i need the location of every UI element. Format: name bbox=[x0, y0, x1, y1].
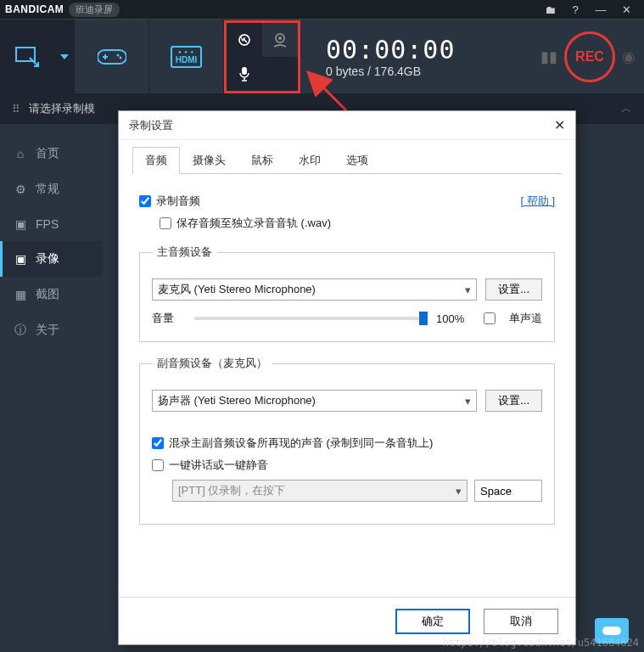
empty-toggle bbox=[262, 57, 298, 91]
primary-device-select[interactable]: 麦克风 (Yeti Stereo Microphone) ▾ bbox=[152, 278, 477, 301]
webcam-toggle[interactable] bbox=[262, 23, 298, 57]
minimize-icon[interactable]: — bbox=[588, 3, 613, 16]
svg-rect-6 bbox=[242, 67, 247, 75]
mic-toggle[interactable] bbox=[227, 57, 262, 91]
sidebar-item-label: 截图 bbox=[36, 287, 59, 302]
svg-point-2 bbox=[119, 56, 121, 59]
cursor-toggle[interactable] bbox=[227, 23, 262, 57]
sidebar: ⌂ 首页 ⚙ 常规 ▣ FPS ▣ 录像 ▦ 截图 ⓘ 关于 bbox=[0, 124, 102, 652]
primary-device-legend: 主音频设备 bbox=[152, 244, 217, 260]
sidebar-item-fps[interactable]: ▣ FPS bbox=[0, 207, 102, 241]
primary-device-group: 主音频设备 麦克风 (Yeti Stereo Microphone) ▾ 设置.… bbox=[139, 244, 555, 342]
brand-prefix: BANDI bbox=[5, 3, 40, 15]
mono-label: 单声道 bbox=[509, 311, 542, 326]
save-wav-label: 保存音频至独立录音音轨 (.wav) bbox=[176, 216, 331, 231]
record-audio-label: 录制音频 bbox=[156, 194, 200, 209]
gear-icon: ⚙ bbox=[14, 183, 27, 196]
ptt-mode-select[interactable]: [PTT] 仅录制，在按下 ▾ bbox=[172, 480, 468, 502]
sidebar-item-label: 关于 bbox=[36, 323, 59, 338]
size-readout: 0 bytes / 176.4GB bbox=[326, 65, 456, 78]
chevron-down-icon: ▾ bbox=[456, 485, 462, 497]
mix-audio-checkbox[interactable] bbox=[152, 437, 164, 449]
image-icon: ▦ bbox=[14, 288, 27, 301]
tab-watermark[interactable]: 水印 bbox=[286, 147, 333, 174]
volume-slider[interactable] bbox=[194, 317, 428, 320]
ptt-hotkey-input[interactable] bbox=[474, 480, 542, 502]
sidebar-item-video[interactable]: ▣ 录像 bbox=[0, 241, 102, 277]
ptt-mode-value: [PTT] 仅录制，在按下 bbox=[178, 483, 285, 498]
dialog-tabs: 音频 摄像头 鼠标 水印 选项 bbox=[119, 140, 575, 174]
volume-slider-thumb[interactable] bbox=[419, 312, 428, 325]
mode-screen-dropdown[interactable] bbox=[54, 20, 75, 93]
mode-screen-button[interactable] bbox=[0, 20, 54, 93]
tab-options[interactable]: 选项 bbox=[333, 147, 381, 174]
svg-point-5 bbox=[278, 37, 282, 40]
help-link[interactable]: [ 帮助 ] bbox=[521, 194, 555, 209]
sidebar-item-about[interactable]: ⓘ 关于 bbox=[0, 312, 102, 348]
info-icon: ⓘ bbox=[14, 323, 27, 338]
sidebar-item-image[interactable]: ▦ 截图 bbox=[0, 277, 102, 312]
mode-buttons: ● ● ● HDMI bbox=[0, 20, 224, 93]
ok-button[interactable]: 确定 bbox=[395, 609, 470, 634]
secondary-device-select[interactable]: 扬声器 (Yeti Stereo Microphone) ▾ bbox=[152, 390, 477, 412]
top-toolbar: ● ● ● HDMI 00:00:00 0 bytes / 176.4GB ▮▮… bbox=[0, 19, 644, 93]
sidebar-item-label: 首页 bbox=[36, 146, 59, 161]
mono-checkbox[interactable] bbox=[484, 312, 496, 324]
fps-icon: ▣ bbox=[14, 217, 27, 231]
timer-readout: 00:00:00 bbox=[326, 35, 456, 65]
close-icon[interactable]: ✕ bbox=[613, 3, 639, 16]
primary-settings-button[interactable]: 设置... bbox=[485, 278, 542, 301]
svg-point-1 bbox=[116, 53, 119, 56]
save-wav-checkbox[interactable] bbox=[160, 217, 171, 229]
secondary-device-value: 扬声器 (Yeti Stereo Microphone) bbox=[158, 393, 316, 408]
pause-button[interactable]: ▮▮ bbox=[540, 48, 557, 66]
volume-label: 音量 bbox=[152, 311, 186, 326]
chevron-down-icon: ▾ bbox=[465, 395, 471, 408]
dialog-body: 录制音频 [ 帮助 ] 保存音频至独立录音音轨 (.wav) 主音频设备 麦克风… bbox=[119, 175, 575, 597]
tab-audio[interactable]: 音频 bbox=[132, 147, 180, 174]
sidebar-item-label: 录像 bbox=[36, 251, 59, 267]
ptt-checkbox[interactable] bbox=[152, 459, 164, 471]
secondary-device-group: 副音频设备（麦克风） 扬声器 (Yeti Stereo Microphone) … bbox=[139, 356, 555, 525]
mode-game-button[interactable] bbox=[75, 20, 149, 93]
dialog-titlebar: 录制设置 ✕ bbox=[119, 111, 575, 140]
chevron-down-icon: ▾ bbox=[465, 284, 471, 296]
mode-select-label: 请选择录制模 bbox=[29, 101, 95, 116]
record-controls: ▮▮ REC ◉ bbox=[540, 31, 644, 82]
tab-mouse[interactable]: 鼠标 bbox=[238, 147, 286, 174]
watermark: https://blog.csdn.net/u541684624 bbox=[443, 637, 639, 649]
hdmi-label: HDMI bbox=[176, 55, 198, 65]
recording-settings-dialog: 录制设置 ✕ 音频 摄像头 鼠标 水印 选项 录制音频 [ 帮助 ] 保存音频至… bbox=[118, 110, 576, 645]
dialog-title: 录制设置 bbox=[129, 118, 173, 133]
secondary-device-legend: 副音频设备（麦克风） bbox=[152, 356, 272, 371]
dialog-close-button[interactable]: ✕ bbox=[554, 117, 565, 133]
subbrand-badge: 班迪录屏 bbox=[69, 3, 120, 17]
tab-webcam[interactable]: 摄像头 bbox=[180, 147, 238, 174]
secondary-settings-button[interactable]: 设置... bbox=[485, 390, 542, 412]
brand-suffix: CAM bbox=[40, 3, 64, 15]
mode-hdmi-button[interactable]: ● ● ● HDMI bbox=[149, 20, 224, 93]
titlebar: BANDICAM 班迪录屏 🖿 ? — ✕ bbox=[0, 0, 644, 19]
primary-device-value: 麦克风 (Yeti Stereo Microphone) bbox=[158, 282, 316, 297]
snapshot-button[interactable]: ◉ bbox=[622, 48, 636, 66]
brand: BANDICAM bbox=[5, 3, 64, 15]
folder-icon[interactable]: 🖿 bbox=[537, 3, 563, 16]
sidebar-item-general[interactable]: ⚙ 常规 bbox=[0, 171, 102, 207]
cancel-button[interactable]: 取消 bbox=[484, 609, 558, 634]
record-button[interactable]: REC bbox=[564, 31, 615, 82]
sidebar-item-label: 常规 bbox=[36, 182, 59, 197]
mix-audio-label: 混录主副音频设备所再现的声音 (录制到同一条音轨上) bbox=[169, 436, 433, 451]
sidebar-item-label: FPS bbox=[36, 217, 59, 231]
ptt-label: 一键讲话或一键静音 bbox=[169, 458, 268, 473]
help-icon[interactable]: ? bbox=[563, 3, 588, 16]
sidebar-item-home[interactable]: ⌂ 首页 bbox=[0, 136, 102, 171]
timer-block: 00:00:00 0 bytes / 176.4GB bbox=[326, 35, 456, 78]
volume-value: 100% bbox=[436, 312, 475, 325]
grip-icon: ⠿ bbox=[12, 103, 20, 115]
record-audio-checkbox[interactable] bbox=[139, 195, 151, 207]
overlay-toggle-grid bbox=[224, 20, 300, 93]
video-icon: ▣ bbox=[14, 252, 27, 266]
chevron-up-icon: ︿ bbox=[621, 101, 632, 116]
home-icon: ⌂ bbox=[14, 147, 27, 160]
